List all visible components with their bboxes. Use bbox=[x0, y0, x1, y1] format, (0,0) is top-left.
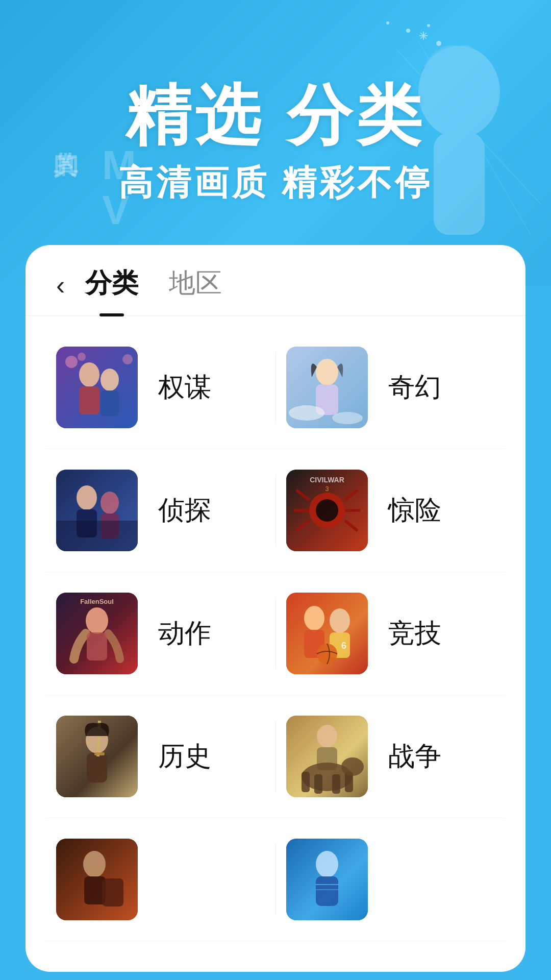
category-label-zhentan: 侦探 bbox=[158, 493, 211, 528]
category-label-dongzuo: 动作 bbox=[158, 616, 211, 651]
category-row-4: 历史 bbox=[46, 695, 505, 818]
category-label-jingji: 竞技 bbox=[388, 616, 441, 651]
category-thumb-jingji: 6 bbox=[286, 593, 368, 674]
category-label-quanmou: 权谋 bbox=[158, 370, 211, 405]
svg-point-55 bbox=[317, 644, 337, 664]
svg-rect-59 bbox=[87, 753, 107, 782]
category-item-zhentan[interactable]: 侦探 bbox=[46, 449, 276, 572]
category-row-3: FallenSoul 动作 bbox=[46, 572, 505, 695]
category-thumb-jingxian: CIVILWAR 3 bbox=[286, 470, 368, 551]
category-item-quanmou[interactable]: 权谋 bbox=[46, 326, 276, 449]
nav-tabs: ‹ 分类 地区 bbox=[26, 245, 525, 316]
category-item-jingxian[interactable]: CIVILWAR 3 惊险 bbox=[276, 449, 506, 572]
category-row-2: 侦探 bbox=[46, 449, 505, 572]
svg-point-17 bbox=[79, 362, 99, 387]
svg-rect-20 bbox=[101, 390, 119, 416]
category-row-5 bbox=[46, 818, 505, 941]
category-row-1: 权谋 bbox=[46, 326, 505, 449]
svg-rect-48 bbox=[87, 632, 107, 660]
svg-text:6: 6 bbox=[341, 641, 346, 651]
svg-point-51 bbox=[304, 606, 324, 630]
svg-point-53 bbox=[330, 608, 350, 633]
category-thumb-bottom-right bbox=[286, 839, 368, 920]
svg-rect-74 bbox=[102, 878, 123, 906]
svg-point-25 bbox=[316, 359, 338, 385]
svg-text:3: 3 bbox=[325, 485, 329, 493]
category-thumb-quanmou bbox=[56, 347, 138, 428]
category-thumb-bottom-left bbox=[56, 839, 138, 920]
svg-point-28 bbox=[332, 412, 363, 424]
svg-point-47 bbox=[86, 607, 108, 634]
svg-rect-68 bbox=[332, 774, 340, 794]
svg-point-22 bbox=[78, 353, 86, 361]
svg-rect-34 bbox=[56, 521, 138, 551]
category-item-bottom-left[interactable] bbox=[46, 818, 276, 941]
svg-point-32 bbox=[101, 492, 119, 514]
svg-rect-61 bbox=[94, 752, 105, 755]
tab-region[interactable]: 地区 bbox=[169, 265, 222, 305]
category-label-lishi: 历史 bbox=[158, 739, 211, 774]
category-thumb-zhanzhen bbox=[286, 716, 368, 797]
category-label-qihuan: 奇幻 bbox=[388, 370, 441, 405]
svg-point-30 bbox=[77, 485, 97, 510]
svg-point-63 bbox=[317, 725, 337, 747]
svg-rect-18 bbox=[79, 386, 99, 414]
hero-subtitle: 高清画质 精彩不停 bbox=[118, 160, 433, 206]
category-thumb-qihuan bbox=[286, 347, 368, 428]
svg-text:FallenSoul: FallenSoul bbox=[80, 598, 114, 605]
svg-point-72 bbox=[83, 851, 106, 877]
category-item-lishi[interactable]: 历史 bbox=[46, 695, 276, 818]
category-item-jingji[interactable]: 6 竞技 bbox=[276, 572, 506, 695]
category-list: 权谋 bbox=[26, 316, 525, 941]
category-item-zhanzhen[interactable]: 战争 bbox=[276, 695, 506, 818]
svg-point-27 bbox=[289, 405, 324, 421]
svg-point-76 bbox=[316, 851, 338, 877]
category-label-zhanzhen: 战争 bbox=[388, 739, 441, 774]
svg-rect-66 bbox=[302, 772, 310, 792]
hero-section: 精选 分类 高清画质 精彩不停 bbox=[0, 0, 551, 286]
tab-category[interactable]: 分类 bbox=[85, 265, 138, 305]
back-button[interactable]: ‹ bbox=[56, 272, 65, 299]
category-label-jingxian: 惊险 bbox=[388, 493, 441, 528]
svg-text:CIVILWAR: CIVILWAR bbox=[310, 476, 344, 484]
hero-main-title: 精选 分类 bbox=[126, 80, 425, 152]
category-thumb-dongzuo: FallenSoul bbox=[56, 593, 138, 674]
category-thumb-lishi bbox=[56, 716, 138, 797]
svg-rect-77 bbox=[316, 876, 338, 906]
svg-rect-67 bbox=[314, 774, 322, 794]
svg-point-19 bbox=[101, 369, 119, 391]
category-item-qihuan[interactable]: 奇幻 bbox=[276, 326, 506, 449]
category-thumb-zhentan bbox=[56, 470, 138, 551]
category-item-dongzuo[interactable]: FallenSoul 动作 bbox=[46, 572, 276, 695]
svg-point-37 bbox=[316, 499, 338, 522]
svg-point-70 bbox=[341, 757, 364, 776]
category-item-bottom-right[interactable] bbox=[276, 818, 506, 941]
svg-point-23 bbox=[122, 354, 133, 364]
svg-point-21 bbox=[65, 356, 78, 368]
content-card: ‹ 分类 地区 bbox=[26, 245, 525, 972]
